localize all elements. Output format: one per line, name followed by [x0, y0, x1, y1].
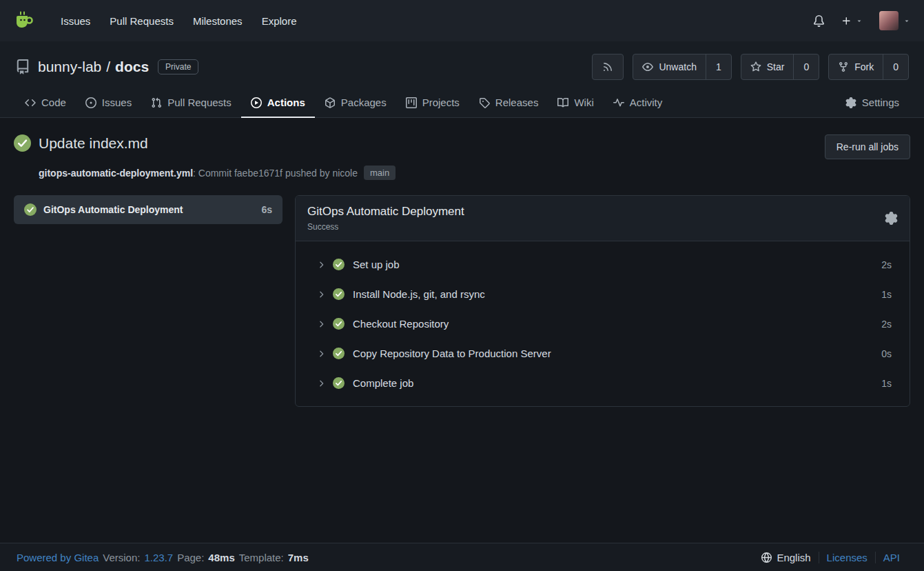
star-button-group: Star 0: [741, 54, 819, 80]
step-duration: 0s: [881, 348, 892, 359]
workflow-file-name: gitops-automatic-deployment.yml: [39, 168, 193, 179]
tab-code[interactable]: Code: [15, 88, 76, 118]
step-row-setup[interactable]: Set up job 2s: [296, 250, 910, 279]
job-list-item[interactable]: GitOps Automatic Deployment 6s: [14, 195, 283, 224]
nav-item-pull-requests[interactable]: Pull Requests: [100, 9, 183, 33]
eye-icon: [642, 61, 653, 72]
top-navbar: Issues Pull Requests Milestones Explore: [0, 0, 924, 41]
chevron-right-icon: [316, 319, 326, 329]
step-duration: 1s: [881, 378, 892, 389]
pull-request-icon: [151, 97, 162, 108]
repo-header: bunny-lab / docs Private Unwatch 1 Star: [0, 41, 924, 118]
tab-activity[interactable]: Activity: [604, 88, 673, 118]
repo-name-link[interactable]: docs: [115, 59, 149, 75]
job-name: GitOps Automatic Deployment: [43, 204, 183, 215]
tab-settings[interactable]: Settings: [836, 88, 909, 118]
nav-item-milestones[interactable]: Milestones: [183, 9, 252, 33]
nav-item-issues[interactable]: Issues: [51, 9, 100, 33]
step-row-install[interactable]: Install Node.js, git, and rsync 1s: [296, 279, 910, 309]
globe-icon: [761, 552, 772, 563]
success-check-icon: [24, 203, 37, 216]
repo-title: bunny-lab / docs: [38, 59, 149, 75]
chevron-right-icon: [316, 260, 326, 270]
package-icon: [325, 97, 336, 108]
tab-wiki[interactable]: Wiki: [548, 88, 603, 118]
settings-icon: [845, 97, 856, 108]
watch-count[interactable]: 1: [706, 54, 731, 79]
watch-button-group: Unwatch 1: [633, 54, 731, 80]
repo-tabs: Code Issues Pull Requests Actions Packag…: [15, 88, 909, 118]
repo-separator: /: [106, 59, 110, 75]
star-button[interactable]: Star: [741, 54, 794, 79]
version-label: Version:: [103, 552, 140, 563]
step-duration: 2s: [881, 319, 892, 330]
fork-button[interactable]: Fork: [829, 54, 883, 79]
repo-actions: Unwatch 1 Star 0 Fork 0: [592, 54, 909, 80]
notifications-bell-icon[interactable]: [813, 15, 825, 27]
template-time: 7ms: [288, 552, 309, 563]
chevron-down-icon: [903, 17, 910, 24]
star-icon: [750, 61, 761, 72]
success-check-icon: [333, 348, 345, 359]
step-row-copy[interactable]: Copy Repository Data to Production Serve…: [296, 339, 910, 368]
success-check-icon: [333, 318, 345, 330]
tab-issues[interactable]: Issues: [76, 88, 141, 118]
tab-actions[interactable]: Actions: [241, 88, 315, 118]
page-time: 48ms: [208, 552, 234, 563]
version-link[interactable]: 1.23.7: [144, 552, 173, 563]
step-name: Complete job: [353, 377, 413, 389]
step-name: Checkout Repository: [353, 318, 449, 330]
rerun-all-jobs-button[interactable]: Re-run all jobs: [825, 134, 910, 159]
actions-run-view: Update index.md Re-run all jobs gitops-a…: [0, 118, 924, 543]
step-name: Install Node.js, git, and rsync: [353, 288, 485, 300]
step-list: Set up job 2s Install Node.js, git, and …: [296, 241, 910, 406]
tab-packages[interactable]: Packages: [315, 88, 396, 118]
unwatch-button[interactable]: Unwatch: [633, 54, 705, 79]
language-selector[interactable]: English: [754, 552, 818, 563]
fork-count[interactable]: 0: [883, 54, 908, 79]
pulse-icon: [613, 97, 624, 108]
step-duration: 2s: [881, 259, 892, 270]
success-check-icon: [333, 259, 345, 270]
fork-button-group: Fork 0: [828, 54, 909, 80]
licenses-link[interactable]: Licenses: [827, 552, 867, 563]
job-log-title: GitOps Automatic Deployment: [307, 205, 464, 219]
gitea-logo-icon[interactable]: [14, 10, 36, 32]
page-label: Page:: [177, 552, 204, 563]
step-row-complete[interactable]: Complete job 1s: [296, 368, 910, 398]
rss-button[interactable]: [592, 54, 624, 80]
branch-badge[interactable]: main: [364, 166, 396, 180]
project-board-icon: [406, 97, 417, 108]
star-count[interactable]: 0: [793, 54, 819, 79]
tab-releases[interactable]: Releases: [469, 88, 548, 118]
book-icon: [557, 97, 568, 108]
tag-icon: [479, 97, 490, 108]
job-duration: 6s: [261, 204, 272, 215]
private-badge: Private: [158, 59, 198, 74]
fork-icon: [838, 61, 849, 72]
api-link[interactable]: API: [883, 552, 900, 563]
user-menu-button[interactable]: [879, 11, 910, 30]
code-icon: [25, 97, 36, 108]
play-circle-icon: [251, 97, 262, 108]
chevron-right-icon: [316, 379, 326, 388]
job-list: GitOps Automatic Deployment 6s: [14, 195, 283, 224]
step-duration: 1s: [881, 289, 892, 300]
tab-projects[interactable]: Projects: [396, 88, 469, 118]
step-row-checkout[interactable]: Checkout Repository 2s: [296, 309, 910, 339]
log-options-gear-icon[interactable]: [885, 212, 898, 225]
success-check-icon: [14, 134, 31, 152]
chevron-right-icon: [316, 290, 326, 299]
repo-icon: [15, 59, 30, 74]
issue-icon: [85, 97, 96, 108]
job-log-header: GitOps Automatic Deployment Success: [296, 196, 910, 241]
repo-owner-link[interactable]: bunny-lab: [38, 59, 101, 75]
success-check-icon: [333, 377, 345, 389]
avatar: [879, 11, 899, 30]
step-name: Copy Repository Data to Production Serve…: [353, 348, 551, 359]
powered-by-gitea-link[interactable]: Powered by Gitea: [17, 552, 99, 563]
nav-item-explore[interactable]: Explore: [252, 9, 307, 33]
create-new-button[interactable]: [841, 16, 863, 26]
tab-pull-requests[interactable]: Pull Requests: [141, 88, 241, 118]
template-label: Template:: [239, 552, 284, 563]
